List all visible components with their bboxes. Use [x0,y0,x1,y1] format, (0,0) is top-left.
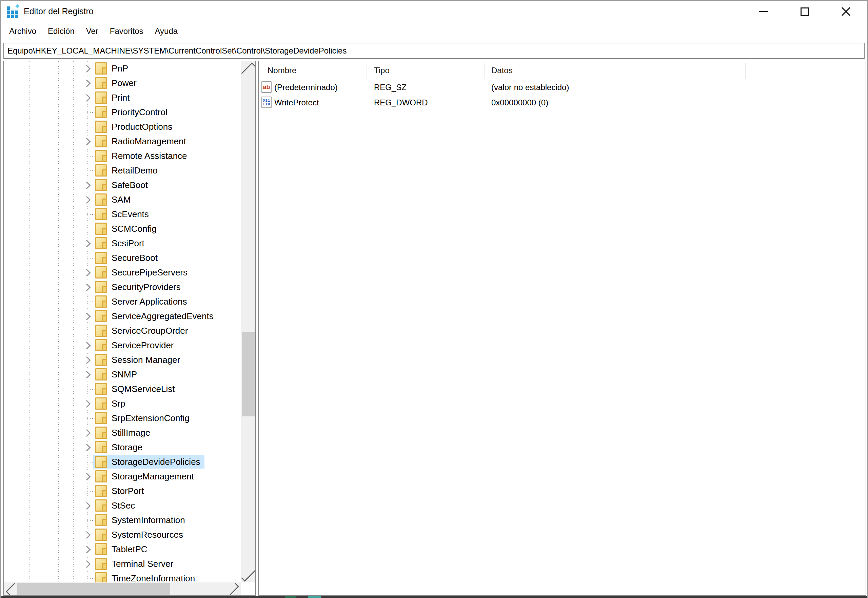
tree-item-securepipeservers[interactable]: SecurePipeServers [4,265,241,280]
tree-item-content[interactable]: Server Applications [93,295,191,308]
tree-item-servicegrouporder[interactable]: ServiceGroupOrder [4,324,241,338]
expand-chevron[interactable] [82,354,93,366]
vertical-scrollbar-thumb[interactable] [242,332,255,416]
tree-item-productoptions[interactable]: ProductOptions [4,120,241,134]
value-row-predeterminado[interactable]: ab(Predeterminado)REG_SZ(valor no establ… [259,79,866,95]
tree-item-content[interactable]: RadioManagement [93,135,190,148]
tree-item-content[interactable]: SNMP [93,368,141,381]
expand-chevron[interactable] [82,77,93,89]
tree-item-content[interactable]: Power [93,76,141,90]
menu-item-ayuda[interactable]: Ayuda [149,22,183,41]
tree-item-content[interactable]: ServiceProvider [93,338,178,352]
tree-item-storage[interactable]: Storage [4,440,241,455]
column-header-type[interactable]: Tipo [374,61,390,79]
tree-item-scevents[interactable]: ScEvents [4,207,241,221]
tree-item-tabletpc[interactable]: TabletPC [4,542,241,557]
tree-item-content[interactable]: RetailDemo [93,164,162,177]
tree-item-srp[interactable]: Srp [4,396,241,411]
close-button[interactable] [825,1,867,22]
tree-item-content[interactable]: SCMConfig [93,222,161,235]
tree-item-serviceprovider[interactable]: ServiceProvider [4,338,241,353]
expand-chevron[interactable] [82,558,93,570]
tree-item-content[interactable]: SafeBoot [93,178,152,192]
tree-item-terminal-server[interactable]: Terminal Server [4,557,241,571]
tree-item-content[interactable]: SAM [93,193,135,206]
tree-item-session-manager[interactable]: Session Manager [4,353,241,367]
tree-item-content[interactable]: Session Manager [93,353,184,366]
expand-chevron[interactable] [82,369,93,380]
tree-item-content[interactable]: PriorityControl [93,105,172,119]
tree-item-content[interactable]: ServiceAggregatedEvents [93,309,218,323]
expand-chevron[interactable] [82,427,93,439]
expand-chevron[interactable] [82,179,93,191]
tree-item-content[interactable]: ScsiPort [93,236,148,250]
expand-chevron[interactable] [82,63,93,75]
scroll-down-button[interactable] [241,568,255,582]
expand-chevron[interactable] [82,238,93,250]
tree-item-content[interactable]: Remote Assistance [93,149,191,163]
tree-vertical-scrollbar[interactable] [241,61,255,582]
tree-item-pnp[interactable]: PnP [4,61,241,76]
menu-item-edici-n[interactable]: Edición [42,22,80,41]
expand-chevron[interactable] [82,500,93,511]
tree-item-serviceaggregatedevents[interactable]: ServiceAggregatedEvents [4,309,241,324]
tree-item-content[interactable]: Storage [93,441,147,454]
expand-chevron[interactable] [82,529,93,541]
tree-item-scsiport[interactable]: ScsiPort [4,236,241,251]
expand-chevron[interactable] [82,543,93,555]
tree-item-content[interactable]: ServiceGroupOrder [93,324,192,338]
scroll-right-button[interactable] [227,582,241,595]
tree-item-content[interactable]: StorPort [93,484,148,498]
tree-item-content[interactable]: SecurePipeServers [93,266,192,279]
tree-item-content[interactable]: StillImage [93,426,154,440]
tree-item-storport[interactable]: StorPort [4,484,241,498]
expand-chevron[interactable] [82,92,93,104]
column-header-name[interactable]: Nombre [267,61,296,79]
tree-item-timezoneinformation[interactable]: TimeZoneInformation [4,571,241,582]
tree-item-secureboot[interactable]: SecureBoot [4,251,241,265]
tree-item-content[interactable]: SQMServiceList [93,382,179,396]
expand-chevron[interactable] [82,194,93,206]
expand-chevron[interactable] [82,310,93,322]
tree-item-safeboot[interactable]: SafeBoot [4,178,241,193]
tree-item-content[interactable]: SystemResources [93,528,187,541]
tree-item-content[interactable]: SystemInformation [93,513,189,527]
tree-item-server-applications[interactable]: Server Applications [4,295,241,309]
tree-item-sqmservicelist[interactable]: SQMServiceList [4,382,241,396]
expand-chevron[interactable] [82,441,93,453]
column-separator[interactable] [484,63,484,79]
tree-item-content[interactable]: SecurityProviders [93,280,185,294]
tree-item-selected-highlight[interactable]: StorageDevidePolicies [93,455,204,469]
tree-item-securityproviders[interactable]: SecurityProviders [4,280,241,295]
tree-item-content[interactable]: ProductOptions [93,120,176,133]
expand-chevron[interactable] [82,339,93,351]
value-row-writeprotect[interactable]: 011110WriteProtectREG_DWORD0x00000000 (0… [259,95,866,110]
address-bar[interactable]: Equipo\HKEY_LOCAL_MACHINE\SYSTEM\Current… [3,43,865,59]
expand-chevron[interactable] [82,267,93,278]
tree-item-scmconfig[interactable]: SCMConfig [4,221,241,236]
maximize-button[interactable] [784,1,825,22]
tree-item-storagedevidepolicies[interactable]: StorageDevidePolicies [4,455,241,469]
tree-item-content[interactable]: SecureBoot [93,251,162,265]
expand-chevron[interactable] [82,136,93,147]
tree-item-sam[interactable]: SAM [4,193,241,207]
tree-item-print[interactable]: Print [4,90,241,105]
menu-item-ver[interactable]: Ver [80,22,104,41]
tree-item-content[interactable]: SrpExtensionConfig [93,411,193,425]
tree-item-stillimage[interactable]: StillImage [4,426,241,440]
tree-item-retaildemo[interactable]: RetailDemo [4,163,241,178]
tree-item-content[interactable]: Srp [93,397,129,410]
tree-item-content[interactable]: ScEvents [93,207,153,221]
tree-item-content[interactable]: StSec [93,499,139,512]
expand-chevron[interactable] [82,281,93,293]
tree-item-content[interactable]: StorageManagement [93,469,198,483]
tree-horizontal-scrollbar[interactable] [4,582,241,595]
scroll-up-button[interactable] [241,61,255,76]
tree-item-srpextensionconfig[interactable]: SrpExtensionConfig [4,411,241,426]
tree-item-power[interactable]: Power [4,76,241,90]
minimize-button[interactable] [742,1,784,22]
tree-item-storagemanagement[interactable]: StorageManagement [4,469,241,484]
horizontal-scrollbar-thumb[interactable] [17,583,170,595]
tree-item-systeminformation[interactable]: SystemInformation [4,513,241,528]
tree-item-prioritycontrol[interactable]: PriorityControl [4,105,241,120]
